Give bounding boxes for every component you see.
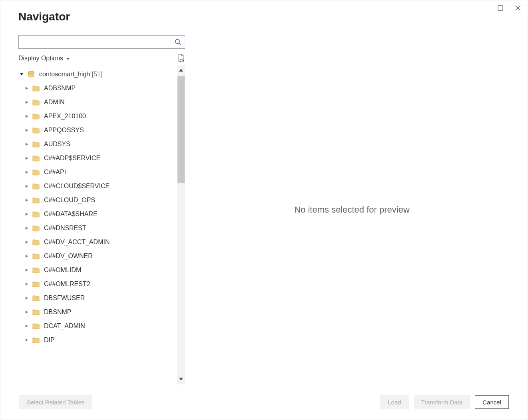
folder-icon: [32, 113, 40, 120]
expand-icon[interactable]: [26, 255, 28, 258]
search-box[interactable]: [18, 35, 185, 49]
folder-icon: [32, 141, 40, 148]
scroll-up-icon[interactable]: [177, 65, 185, 76]
transform-data-button[interactable]: Transform Data: [414, 395, 470, 409]
folder-icon: [32, 253, 40, 260]
tree-item[interactable]: ADMIN: [18, 95, 177, 109]
folder-icon: [32, 267, 40, 274]
select-related-tables-button[interactable]: Select Related Tables: [19, 395, 92, 409]
tree-item-label: C##CLOUD_OPS: [44, 197, 95, 204]
tree-item[interactable]: C##DATA$SHARE: [18, 207, 177, 221]
tree-item[interactable]: C##DNSREST: [18, 221, 177, 235]
tree-item[interactable]: C##DV_OWNER: [18, 249, 177, 263]
navigator-left-pane: Display Options: [18, 35, 194, 384]
tree-container: contosomart_high [51] ADBSNMPADMINAPEX_2…: [18, 65, 185, 384]
expand-icon[interactable]: [26, 297, 28, 300]
tree-item[interactable]: DBSFWUSER: [18, 291, 177, 305]
scroll-down-icon[interactable]: [177, 373, 185, 384]
folder-icon: [32, 85, 40, 92]
tree-item[interactable]: C##OMLIDM: [18, 263, 177, 277]
load-button[interactable]: Load: [380, 395, 408, 409]
expand-icon[interactable]: [26, 338, 28, 342]
tree-item[interactable]: ADBSNMP: [18, 81, 177, 95]
preview-empty-message: No items selected for preview: [294, 205, 410, 215]
svg-line-4: [179, 43, 181, 45]
folder-icon: [32, 322, 40, 330]
tree-item[interactable]: APEX_210100: [18, 109, 177, 123]
expand-icon[interactable]: [26, 199, 28, 202]
svg-marker-9: [179, 378, 183, 380]
tree-item[interactable]: C##OMLREST2: [18, 277, 177, 291]
folder-icon: [32, 295, 40, 302]
tree-item-label: ADMIN: [44, 99, 65, 106]
tree-scrollbar[interactable]: [177, 65, 185, 384]
svg-rect-0: [498, 6, 503, 10]
tree-item[interactable]: DBSNMP: [18, 305, 177, 319]
expand-icon[interactable]: [26, 283, 28, 286]
tree-root-count: [51]: [92, 71, 103, 78]
dialog-footer: Select Related Tables Load Transform Dat…: [18, 384, 510, 420]
database-icon: [27, 71, 35, 78]
tree-item-label: DBSFWUSER: [44, 295, 85, 302]
folder-icon: [32, 183, 40, 190]
tree-root-node[interactable]: contosomart_high [51]: [18, 67, 177, 81]
folder-icon: [32, 239, 40, 246]
tree-item-label: C##API: [44, 169, 66, 176]
tree-item[interactable]: DIP: [18, 333, 177, 347]
expand-icon[interactable]: [26, 269, 28, 272]
folder-icon: [32, 99, 40, 106]
tree-item[interactable]: DCAT_ADMIN: [18, 319, 177, 333]
close-icon[interactable]: [514, 4, 522, 12]
folder-icon: [32, 127, 40, 134]
tree-item[interactable]: C##API: [18, 165, 177, 179]
expand-icon[interactable]: [26, 143, 28, 146]
tree-root-label: contosomart_high: [39, 71, 90, 78]
tree-item-label: DBSNMP: [44, 309, 71, 316]
tree-item-label: C##CLOUD$SERVICE: [44, 183, 110, 190]
options-row: Display Options: [18, 54, 185, 62]
schema-tree: contosomart_high [51] ADBSNMPADMINAPEX_2…: [18, 65, 177, 347]
expand-icon[interactable]: [26, 213, 28, 216]
expand-icon[interactable]: [26, 129, 28, 132]
tree-item-label: C##ADP$SERVICE: [44, 155, 100, 162]
expand-icon[interactable]: [26, 241, 28, 244]
tree-item-label: APPQOSSYS: [44, 127, 84, 134]
preview-pane: No items selected for preview: [194, 35, 510, 384]
cancel-button[interactable]: Cancel: [475, 395, 509, 409]
collapse-icon[interactable]: [20, 73, 23, 76]
tree-item[interactable]: C##DV_ACCT_ADMIN: [18, 235, 177, 249]
scrollbar-track[interactable]: [177, 76, 185, 373]
expand-icon[interactable]: [26, 115, 28, 118]
tree-item[interactable]: AUDSYS: [18, 137, 177, 151]
svg-point-3: [175, 39, 179, 43]
search-input[interactable]: [19, 36, 171, 48]
tree-item[interactable]: C##ADP$SERVICE: [18, 151, 177, 165]
tree-item-label: C##DV_OWNER: [44, 253, 93, 260]
dialog-title: Navigator: [18, 10, 510, 23]
refresh-icon[interactable]: [177, 54, 185, 62]
expand-icon[interactable]: [26, 311, 28, 314]
folder-icon: [32, 169, 40, 176]
expand-icon[interactable]: [26, 324, 28, 328]
tree-item-label: DIP: [44, 336, 55, 344]
scrollbar-thumb[interactable]: [177, 76, 185, 183]
tree-item[interactable]: C##CLOUD_OPS: [18, 193, 177, 207]
expand-icon[interactable]: [26, 227, 28, 230]
expand-icon[interactable]: [26, 101, 28, 104]
tree-item-label: C##OMLREST2: [44, 281, 90, 288]
folder-icon: [32, 309, 40, 316]
expand-icon[interactable]: [26, 185, 28, 188]
folder-icon: [32, 225, 40, 232]
tree-item-label: AUDSYS: [44, 141, 70, 148]
expand-icon[interactable]: [26, 171, 28, 174]
expand-icon[interactable]: [26, 157, 28, 160]
tree-item-label: APEX_210100: [44, 113, 86, 120]
expand-icon[interactable]: [26, 87, 28, 90]
tree-scroll-area[interactable]: contosomart_high [51] ADBSNMPADMINAPEX_2…: [18, 65, 177, 384]
navigator-dialog: Navigator Display Options: [0, 0, 528, 420]
search-icon[interactable]: [171, 36, 185, 48]
display-options-label: Display Options: [18, 55, 63, 62]
tree-item[interactable]: APPQOSSYS: [18, 123, 177, 137]
tree-item[interactable]: C##CLOUD$SERVICE: [18, 179, 177, 193]
display-options-dropdown[interactable]: Display Options: [18, 55, 70, 62]
